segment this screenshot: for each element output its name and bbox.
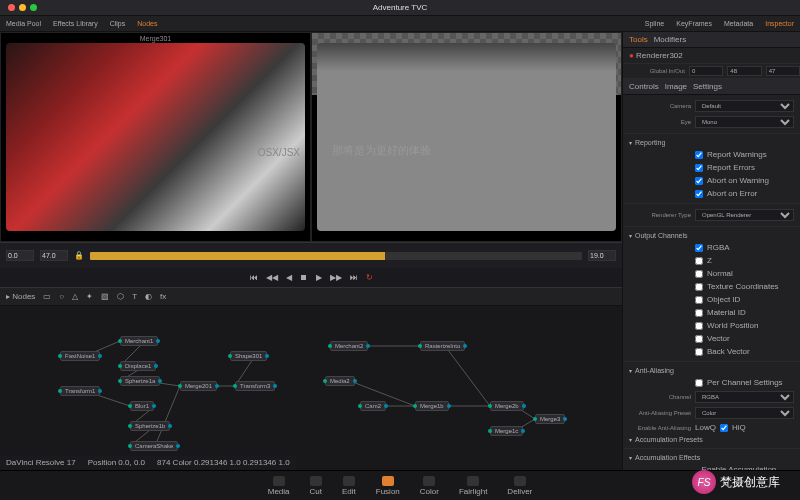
stop-icon[interactable]: ⏹ [300,273,308,282]
global-b[interactable] [727,66,761,76]
tab-clips[interactable]: Clips [110,20,126,27]
page-cut[interactable]: Cut [310,476,322,496]
sec-accum-presets[interactable]: Accumulation Presets [629,434,794,445]
goto-start-icon[interactable]: ⏮ [250,273,258,282]
node-shape301[interactable]: Shape301 [230,351,267,361]
tool-icon[interactable]: △ [72,292,78,301]
node-spherize1b[interactable]: Spherize1b [130,421,170,431]
outch-cb[interactable] [695,309,703,317]
sec-reporting[interactable]: Reporting [629,137,794,148]
node-merge1c[interactable]: Merge1c [490,426,523,436]
node-blur1[interactable]: Blur1 [130,401,154,411]
outch-cb[interactable] [695,296,703,304]
subtab-image[interactable]: Image [665,82,687,91]
aa-enable-cb[interactable] [720,424,728,432]
outch-cb[interactable] [695,283,703,291]
goto-end-icon[interactable]: ⏭ [350,273,358,282]
viewer-right[interactable]: Merge2 那将是为更好的体验 [311,32,622,242]
time-bar[interactable] [90,252,582,260]
node-spherize1a[interactable]: Spherize1a [120,376,160,386]
eye-select[interactable]: Mono [695,116,794,128]
tool-icon[interactable]: ◐ [145,292,152,301]
report-cb[interactable] [695,151,703,159]
global-c[interactable] [766,66,800,76]
node-transform3[interactable]: Transform3 [235,381,275,391]
tab-keyframes[interactable]: KeyFrames [676,20,712,27]
page-fusion[interactable]: Fusion [376,476,400,496]
max-dot[interactable] [30,4,37,11]
subtab-controls[interactable]: Controls [629,82,659,91]
min-dot[interactable] [19,4,26,11]
node-displace1[interactable]: Displace1 [120,361,156,371]
aa-lowq[interactable]: LowQ [695,423,716,432]
node-fastnoise1[interactable]: FastNoise1 [60,351,100,361]
page-deliver[interactable]: Deliver [507,476,532,496]
node-merchant2[interactable]: Merchant2 [330,341,368,351]
tab-nodes[interactable]: Nodes [137,20,157,27]
outch-cb[interactable] [695,244,703,252]
page-color[interactable]: Color [420,476,439,496]
camera-select[interactable]: Default [695,100,794,112]
outch-cb[interactable] [695,335,703,343]
window-controls [8,4,37,11]
node-camerashake[interactable]: CameraShake [130,441,178,451]
play-icon[interactable]: ▶ [316,273,322,282]
page-edit[interactable]: Edit [342,476,356,496]
per-channel-cb[interactable] [695,379,703,387]
inspector-tab-modifiers[interactable]: Modifiers [654,35,686,44]
report-cb[interactable] [695,177,703,185]
nodes-label[interactable]: ▸ Nodes [6,292,35,301]
tool-icon[interactable]: T [132,292,137,301]
tool-icon[interactable]: ▭ [43,292,51,301]
tab-metadata[interactable]: Metadata [724,20,753,27]
renderer-type[interactable]: OpenGL Renderer [695,209,794,221]
outch-cb[interactable] [695,257,703,265]
step-back-icon[interactable]: ◀ [286,273,292,282]
node-transform1[interactable]: Transform1 [60,386,100,396]
page-media[interactable]: Media [268,476,290,496]
viewer-left[interactable]: Merge301 OSX/JSX [0,32,311,242]
report-cb[interactable] [695,190,703,198]
outch-cb[interactable] [695,322,703,330]
step-fwd-icon[interactable]: ▶▶ [330,273,342,282]
tool-icon[interactable]: fx [160,292,166,301]
node-rasterizeinto[interactable]: RasterizeInto [420,341,465,351]
tab-spline[interactable]: Spline [645,20,664,27]
close-dot[interactable] [8,4,15,11]
sec-accum[interactable]: Accumulation Effects [629,452,794,463]
sec-anti-aliasing[interactable]: Anti-Aliasing [629,365,794,376]
subtab-settings[interactable]: Settings [693,82,722,91]
outch-cb[interactable] [695,270,703,278]
loop-icon[interactable]: ↻ [366,273,373,282]
tool-icon[interactable]: ✦ [86,292,93,301]
time-start[interactable] [6,250,34,261]
report-cb[interactable] [695,164,703,172]
tab-media-pool[interactable]: Media Pool [6,20,41,27]
outch-cb[interactable] [695,348,703,356]
time-dur[interactable] [40,250,68,261]
node-merchant1[interactable]: Merchant1 [120,336,158,346]
time-fps[interactable] [588,250,616,261]
tool-icon[interactable]: ○ [59,292,64,301]
aa-channel[interactable]: RGBA [695,391,794,403]
tool-icon[interactable]: ⬡ [117,292,124,301]
sec-output-channels[interactable]: Output Channels [629,230,794,241]
node-merge201[interactable]: Merge201 [180,381,217,391]
node-cam2[interactable]: Cam2 [360,401,386,411]
tool-icon[interactable]: ▨ [101,292,109,301]
lock-icon[interactable]: 🔒 [74,251,84,260]
time-ruler[interactable]: 🔒 [0,242,622,268]
node-merge2b[interactable]: Merge2b [490,401,524,411]
tab-effects-library[interactable]: Effects Library [53,20,98,27]
aa-preset[interactable]: Color [695,407,794,419]
rewind-icon[interactable]: ◀◀ [266,273,278,282]
page-fairlight[interactable]: Fairlight [459,476,487,496]
tab-inspector[interactable]: Inspector [765,20,794,27]
aa-hiq[interactable]: HiQ [732,423,746,432]
inspector-tab-tools[interactable]: Tools [629,35,648,44]
node-merge3[interactable]: Merge3 [535,414,565,424]
node-media2[interactable]: Media2 [325,376,355,386]
node-merge1b[interactable]: Merge1b [415,401,449,411]
node-graph[interactable]: FastNoise1Transform1Merchant1Displace1Sp… [0,306,622,470]
global-a[interactable] [689,66,723,76]
